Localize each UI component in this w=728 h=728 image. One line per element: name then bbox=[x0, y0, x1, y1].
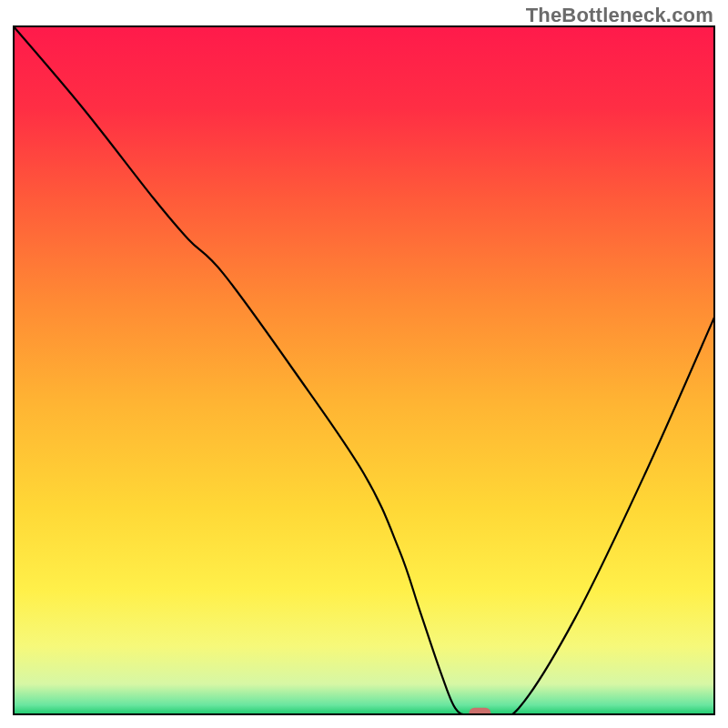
chart-container: TheBottleneck.com bbox=[0, 0, 728, 728]
optimal-marker bbox=[469, 708, 490, 719]
bottleneck-chart bbox=[0, 0, 728, 728]
gradient-background bbox=[13, 25, 715, 715]
watermark-text: TheBottleneck.com bbox=[526, 4, 713, 27]
plot-area bbox=[13, 25, 715, 719]
